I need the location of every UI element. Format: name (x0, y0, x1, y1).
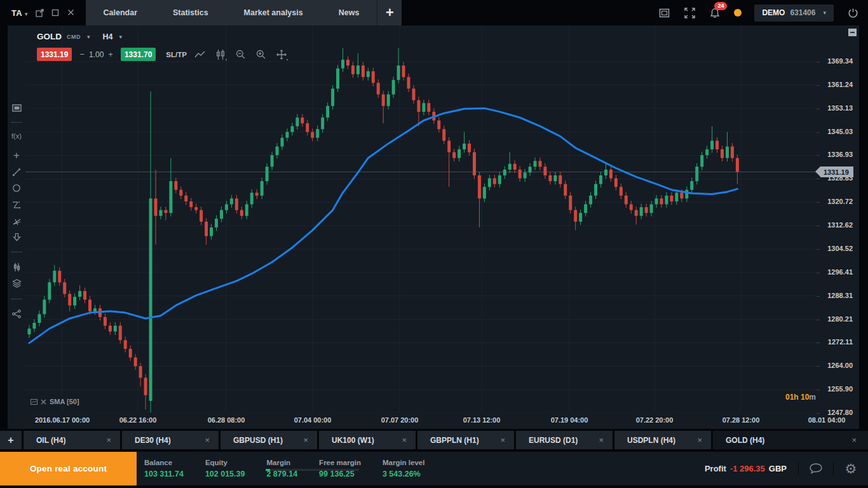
fib-fan-tool-icon[interactable] (8, 214, 25, 228)
time-axis-label: 07.22 20:00 (616, 416, 693, 424)
indicator-legend: SMA [50] (31, 398, 79, 405)
time-axis-label: 07.07 20:00 (362, 416, 438, 424)
close-icon[interactable]: × (395, 435, 407, 445)
increase-volume-button[interactable]: + (108, 50, 113, 59)
arrow-down-tool-icon[interactable] (8, 230, 25, 244)
account-stats: Balance 103 311.74 Equity 102 015.39 Mar… (137, 452, 868, 485)
submenu-dot (287, 59, 288, 60)
account-number: 631406 (790, 8, 815, 17)
profit-section: Profit -1 296.35 GBP ⚙ (705, 462, 868, 475)
buy-ask-button[interactable]: 1331.70 (121, 48, 156, 61)
trendline-tool-icon[interactable] (8, 165, 25, 179)
time-axis-label: 06.28 08:00 (188, 416, 264, 424)
margin-usage-bar (266, 469, 359, 471)
symbol-name[interactable]: GOLD (37, 32, 62, 41)
power-logout-icon[interactable] (846, 6, 859, 19)
indicator-name[interactable]: SMA [50] (50, 398, 79, 405)
chevron-down-icon: ▾ (25, 11, 28, 17)
chart-panel: GOLD CMD ▾ H4 ▾ 1331.19 − 1.00 + 1331.70… (25, 25, 868, 429)
stat-balance: Balance 103 311.74 (144, 459, 184, 478)
chart-tab-usdpln[interactable]: USDPLN (H4) × (614, 431, 711, 449)
sell-bid-button[interactable]: 1331.19 (37, 48, 72, 61)
time-axis-label: 07.04 00:00 (275, 416, 351, 424)
line-chart-icon[interactable] (193, 48, 207, 61)
close-icon[interactable]: × (691, 435, 702, 445)
add-instrument-icon[interactable]: + (8, 149, 25, 163)
layers-icon[interactable] (8, 276, 25, 290)
chart-tab-oil[interactable]: OIL (H4) × (24, 431, 120, 449)
gear-icon[interactable]: ⚙ (834, 462, 868, 475)
tab-market-analysis[interactable]: Market analysis (226, 0, 321, 25)
tab-news[interactable]: News (321, 0, 377, 25)
frame-tool-icon[interactable] (8, 101, 25, 115)
zoom-out-icon[interactable] (234, 48, 248, 61)
add-chart-tab-button[interactable]: + (0, 431, 22, 449)
price-axis-label: 1353.13 (815, 104, 853, 112)
volume-value[interactable]: 1.00 (89, 50, 104, 59)
price-axis-label: 1361.24 (815, 81, 853, 88)
chevron-down-icon[interactable]: ▾ (87, 34, 90, 40)
volume-tool-icon[interactable] (8, 260, 25, 274)
maximize-icon[interactable] (51, 9, 60, 17)
add-workspace-tab-button[interactable]: + (377, 0, 402, 25)
indicator-remove-icon[interactable] (41, 399, 46, 405)
candlestick-chart-icon[interactable] (214, 48, 227, 61)
close-icon[interactable]: × (845, 435, 857, 445)
popup-window-icon[interactable] (36, 9, 44, 17)
zoom-in-icon[interactable] (254, 48, 268, 61)
chevron-down-icon: ▾ (823, 10, 826, 16)
restore-window-icon[interactable] (658, 6, 670, 19)
trading-platform-window: TA▾ Calendar Statistics Market analysis … (0, 0, 868, 488)
chart-trade-row: 1331.19 − 1.00 + 1331.70 SL/TP (37, 48, 288, 61)
divider (11, 299, 22, 299)
divider (11, 122, 22, 123)
tab-statistics[interactable]: Statistics (155, 0, 226, 25)
current-price-tag: 1331.19 (820, 166, 853, 177)
time-axis-label: 08.01 04:00 (789, 416, 865, 424)
symbol-type-badge: CMD (67, 34, 81, 40)
close-icon[interactable]: × (100, 435, 111, 445)
top-bar: TA▾ Calendar Statistics Market analysis … (0, 0, 868, 25)
tab-calendar[interactable]: Calendar (86, 0, 156, 25)
price-axis-label: 1296.41 (815, 268, 853, 276)
chart-tab-gbppln[interactable]: GBPPLN (H1) × (417, 431, 514, 449)
time-axis-label: 07.19 04:00 (531, 416, 607, 424)
chart-tab-gold-active[interactable]: GOLD (H4) × (713, 431, 868, 449)
fullscreen-icon[interactable] (683, 6, 696, 19)
close-icon[interactable]: × (198, 435, 210, 445)
timeframe-selector[interactable]: H4 (103, 32, 113, 41)
price-axis-label: 1345.03 (815, 128, 853, 135)
close-icon[interactable]: × (592, 435, 604, 445)
divider (11, 252, 22, 252)
price-axis-label: 1312.62 (815, 221, 853, 229)
indicators-fx-icon[interactable]: f(x) (8, 129, 25, 143)
sltp-button[interactable]: SL/TP (166, 51, 187, 58)
chart-tab-eurusd[interactable]: EURUSD (D1) × (516, 431, 613, 449)
time-axis-label: 06.22 16:00 (100, 416, 176, 424)
pan-crosshair-icon[interactable] (275, 48, 288, 61)
chat-icon[interactable] (799, 462, 833, 475)
profit-display: Profit -1 296.35 GBP (705, 462, 798, 475)
indicator-settings-icon[interactable] (31, 399, 37, 405)
chart-tab-uk100[interactable]: UK100 (W1) × (319, 431, 416, 449)
chevron-down-icon[interactable]: ▾ (119, 34, 123, 40)
stat-margin-level: Margin level 3 543.26% (383, 459, 424, 478)
collapse-panel-icon[interactable] (848, 29, 857, 36)
close-icon[interactable]: × (494, 435, 505, 445)
workspace-menu[interactable]: TA▾ (11, 7, 28, 18)
chart-tab-de30[interactable]: DE30 (H4) × (122, 431, 219, 449)
notifications-bell-icon[interactable]: 24 (709, 6, 721, 19)
close-icon[interactable] (67, 9, 76, 17)
ellipse-tool-icon[interactable] (8, 181, 25, 195)
stat-equity: Equity 102 015.39 (205, 459, 245, 478)
open-real-account-button[interactable]: Open real account (0, 452, 137, 485)
chart-tab-gbpusd[interactable]: GBPUSD (H1) × (220, 431, 317, 449)
share-icon[interactable] (8, 307, 25, 321)
time-axis[interactable]: 2016.06.17 00:0006.22 16:0006.28 08:0007… (25, 414, 868, 429)
close-icon[interactable]: × (297, 435, 308, 445)
decrease-volume-button[interactable]: − (79, 50, 85, 59)
candlestick-chart[interactable] (25, 25, 817, 413)
price-axis-label: 1288.31 (815, 292, 853, 299)
fibonacci-tool-icon[interactable] (8, 198, 25, 212)
account-selector[interactable]: DEMO 631406 ▾ (754, 4, 834, 22)
